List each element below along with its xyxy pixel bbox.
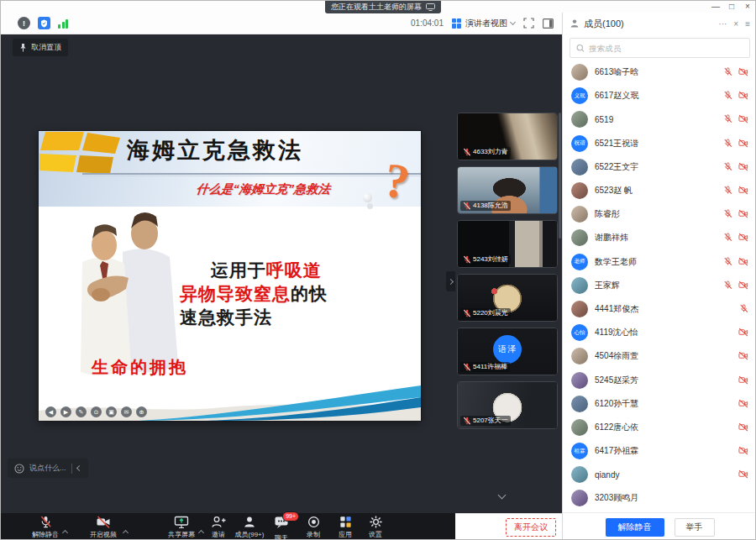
member-row[interactable]: 祖霖 6417孙祖霖 (563, 439, 756, 463)
member-status-icons (718, 349, 748, 364)
video-thumbnail[interactable]: 5220刘晨光 (457, 274, 558, 322)
member-row[interactable]: 6519 (563, 107, 756, 131)
strip-scrollbar[interactable] (559, 113, 561, 239)
security-shield-icon[interactable] (38, 17, 50, 29)
member-row[interactable]: 5245赵采芳 (563, 368, 756, 391)
members-label: 成员(99+) (235, 530, 265, 539)
raise-hand-button[interactable]: 举手 (675, 518, 715, 537)
video-thumbnail[interactable]: 4138陈允浩 (457, 166, 558, 214)
member-row[interactable]: 陈睿彤 (563, 202, 756, 226)
participant-name-tag: 5220刘晨光 (460, 308, 511, 318)
mic-muted-icon (723, 65, 732, 80)
member-search-input[interactable] (589, 44, 743, 53)
quick-chat-pill[interactable]: 说点什么... (8, 459, 88, 478)
screen-icon (426, 3, 435, 11)
avatar (571, 229, 588, 246)
unmute-label: 解除静音 (32, 530, 59, 539)
slide-control-icon[interactable]: ▶ (60, 406, 71, 417)
video-thumbnail[interactable]: 5207张天一 (457, 381, 558, 429)
mic-muted-icon (463, 202, 471, 210)
panel-menu-button[interactable]: ≡ (745, 19, 750, 29)
member-status-icons (718, 278, 748, 293)
slide-control-icon[interactable]: ⊙ (91, 406, 102, 417)
camera-off-icon (738, 396, 748, 412)
mic-muted-icon (463, 148, 471, 156)
minimize-button[interactable]: — (711, 1, 721, 13)
video-thumbnail[interactable]: 5243刘佳妍 (457, 220, 558, 268)
slide-control-icon[interactable]: ✉ (121, 406, 132, 417)
video-thumbnail[interactable]: 语泽 5411许福棒 (457, 328, 558, 375)
member-status-icons (718, 112, 748, 127)
screen-share-banner-text: 您正在观看土土老师的屏幕 (331, 1, 422, 13)
slide-control-icon[interactable]: ▣ (106, 406, 117, 417)
mic-muted-icon (463, 255, 471, 264)
member-row[interactable]: 老师 数学王老师 (563, 250, 756, 274)
member-row[interactable]: 谢鹏祥炜 (563, 226, 756, 249)
member-row[interactable]: 6613喻子晗 (563, 60, 756, 84)
mic-muted-icon (723, 278, 732, 293)
member-row[interactable]: 6523赵 帆 (563, 179, 756, 202)
participant-name-tag: 5411许福棒 (460, 362, 510, 372)
avatar (571, 490, 588, 506)
slide-control-icon[interactable]: ✎ (76, 406, 87, 417)
meeting-toolbar: 解除静音 开启视频 共享屏幕 (1, 513, 455, 540)
avatar: 老师 (571, 254, 588, 270)
member-list: 6613喻子晗 义珉 6617赵义珉 (563, 60, 756, 512)
participant-name: 5207张天一 (473, 416, 508, 426)
member-row[interactable]: 义珉 6617赵义珉 (563, 84, 756, 107)
member-row[interactable]: qiandy (563, 463, 756, 486)
video-thumbnail[interactable]: 4633刘力青 (457, 113, 558, 160)
camera-off-icon (738, 136, 748, 151)
camera-off-icon (738, 443, 748, 459)
scroll-down-arrow[interactable] (499, 486, 505, 501)
camera-off-icon (738, 254, 748, 270)
member-more-button[interactable]: ··· (718, 19, 727, 29)
layout-panel-button[interactable] (543, 18, 554, 29)
member-row[interactable]: 心怡 4119沈心怡 (563, 321, 756, 344)
member-close-button[interactable]: × (733, 19, 738, 29)
chevron-right-icon (448, 278, 454, 284)
member-panel-title: 成员(100) (584, 18, 624, 30)
maximize-button[interactable]: □ (727, 1, 737, 13)
member-row[interactable]: 4441郑俊杰 (563, 297, 756, 321)
member-row[interactable]: 4504徐雨萱 (563, 344, 756, 368)
slide-control-icon[interactable]: ◀ (45, 406, 56, 417)
member-status-icons (718, 325, 748, 340)
share-screen-icon (174, 515, 189, 529)
collapse-chat-icon[interactable] (76, 465, 81, 471)
shared-slide: 海姆立克急救法 什么是“海姆立克”急救法 ? 运用于呼吸道 异物导致窒息的快 速… (39, 131, 421, 421)
strip-collapse-toggle[interactable] (446, 271, 455, 291)
unpin-button[interactable]: 取消置顶 (13, 39, 68, 56)
view-mode-label: 演讲者视图 (465, 18, 507, 29)
member-row[interactable]: 祝谐 6521王祝谐 (563, 132, 756, 155)
mic-muted-icon (723, 88, 732, 103)
gear-icon (369, 515, 383, 529)
member-row[interactable]: 3203顾鸣月 (563, 486, 756, 510)
member-row[interactable]: 王家辉 (563, 274, 756, 297)
leave-meeting-button[interactable]: 离开会议 (506, 518, 556, 537)
unmute-button[interactable]: 解除静音 (26, 515, 65, 539)
slide-title: 海姆立克急救法 (89, 135, 341, 165)
member-name: 6120孙千慧 (595, 398, 711, 410)
start-video-button[interactable]: 开启视频 (84, 515, 123, 539)
member-name: 谢鹏祥炜 (595, 232, 711, 244)
participant-name-tag: 5243刘佳妍 (460, 254, 511, 265)
member-row[interactable]: 6120孙千慧 (563, 392, 756, 416)
member-panel: 成员(100) ··· × ≡ 6613喻子晗 (562, 13, 756, 540)
slide-control-icon[interactable]: ⊕ (136, 406, 147, 417)
mic-options-chevron[interactable] (63, 523, 67, 538)
avatar: 语泽 (493, 335, 522, 364)
member-status-icons (718, 373, 748, 388)
body-text-black: 的快 (291, 284, 328, 303)
member-row[interactable]: 6122唐心依 (563, 416, 756, 439)
network-info-icon[interactable]: ! (18, 17, 30, 29)
avatar: 祝谐 (571, 135, 588, 152)
view-mode-switcher[interactable]: 演讲者视图 (452, 18, 515, 29)
share-screen-button[interactable]: 共享屏幕 (162, 515, 201, 539)
member-row[interactable]: 6522王文宇 (563, 155, 756, 179)
fullscreen-button[interactable] (523, 18, 534, 29)
video-options-chevron[interactable] (123, 523, 128, 538)
close-button[interactable]: × (743, 1, 753, 13)
settings-button[interactable]: 设置 (356, 515, 395, 539)
unmute-all-button[interactable]: 解除静音 (606, 518, 664, 537)
